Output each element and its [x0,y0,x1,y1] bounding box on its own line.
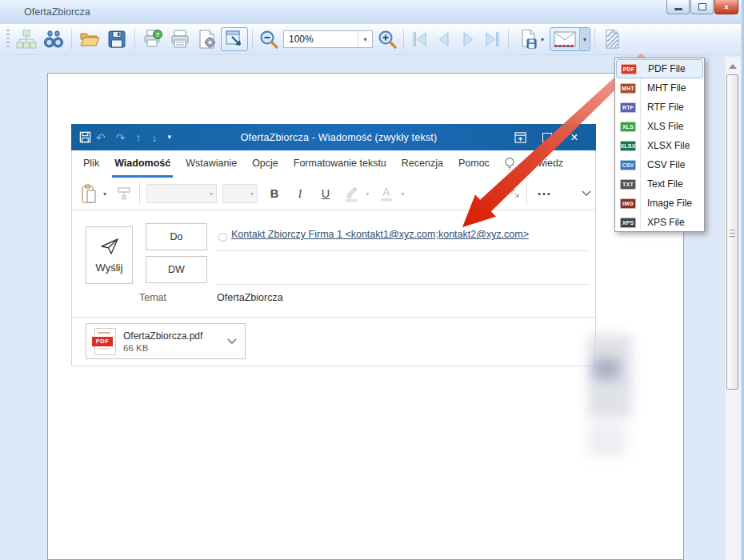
dialog-launcher-button[interactable] [509,178,522,210]
scrollbar-up-button[interactable] [727,61,738,72]
more-commands-hidden[interactable]: ••• [482,178,509,210]
menu-item-mht[interactable]: MHT MHT File [615,78,704,98]
menu-item-xlsx[interactable]: XLSX XLSX File [615,136,704,155]
menu-item-pdf[interactable]: PDF PDF File [616,59,703,78]
dialog-launcher-icon [511,190,519,198]
tab-wiadomosc[interactable]: Wiadomość [112,150,173,178]
restore-button[interactable] [690,0,714,14]
email-maximize-button[interactable] [534,124,561,150]
search-button[interactable] [40,27,67,51]
tell-me-lightbulb-icon[interactable] [504,157,515,171]
tab-wstawianie[interactable]: Wstawianie [183,150,239,178]
tab-plik[interactable]: Plik [81,150,102,178]
send-email-button[interactable]: ▾ [550,27,590,51]
tab-pomoc[interactable]: Pomoc [456,150,492,178]
undo-icon[interactable]: ↶ [96,132,106,143]
subject-value[interactable]: OfertaZbiorcza [217,292,283,303]
save-icon [106,29,127,50]
zoom-in-button[interactable] [375,27,399,51]
send-button[interactable]: Wyślij [86,226,133,284]
tab-recenzja[interactable]: Recenzja [399,150,446,178]
vertical-scrollbar[interactable] [724,57,741,560]
export-dropdown-arrow[interactable]: ▾ [541,36,544,43]
open-button[interactable] [76,27,103,51]
font-size-combobox[interactable]: ▾ [222,184,258,203]
toolbar-separator [594,29,595,50]
cc-button[interactable]: DW [146,256,207,283]
next-page-button[interactable] [456,27,480,51]
zoom-dropdown-arrow[interactable]: ▾ [358,31,372,47]
tab-tell-me[interactable]: Powiedz [523,150,566,178]
previous-page-button[interactable] [432,27,456,51]
paste-button[interactable] [78,178,99,210]
scale-icon [225,30,244,49]
minimize-button[interactable] [666,0,690,14]
attachment-meta: OfertaZbiorcza.pdf 66 KB [123,330,219,353]
move-down-icon[interactable]: ↓ [151,132,157,143]
email-titlebar: ↶ ↷ ↑ ↓ ▾ OfertaZbiorcza - Wiadomość (zw… [71,124,596,150]
ribbon-overflow-button[interactable]: ••• [531,178,558,210]
attachment-dropdown-icon[interactable] [227,338,237,345]
format-painter-button[interactable] [114,178,134,210]
send-email-dropdown-arrow[interactable]: ▾ [579,28,590,50]
toolbar-separator [134,29,135,50]
txt-format-icon: TXT [620,179,636,190]
zoom-in-icon [377,29,398,50]
scrollbar-thumb[interactable] [726,74,738,390]
xls-format-icon: XLS [620,122,636,132]
menu-item-xps[interactable]: XPS XPS File [615,213,704,232]
attachment-card[interactable]: PDF OfertaZbiorcza.pdf 66 KB [86,323,246,359]
app-window: OfertaZbiorcza × [0,0,744,560]
email-close-button[interactable]: × [561,124,588,150]
document-map-button[interactable] [13,27,40,51]
scale-button[interactable] [221,27,248,51]
font-color-dropdown-arrow[interactable]: ▾ [398,178,408,210]
menu-item-csv[interactable]: CSV CSV File [615,155,704,174]
menu-item-label: CSV File [647,159,685,170]
to-button[interactable]: Do [146,223,207,250]
ribbon-display-options-button[interactable] [506,124,534,150]
move-up-icon[interactable]: ↑ [135,132,141,143]
menu-item-rtf[interactable]: RTF RTF File [615,98,704,117]
quick-print-button[interactable] [166,27,194,51]
qat-save-icon[interactable] [79,131,91,143]
menu-item-text[interactable]: TXT Text File [615,174,704,194]
svg-text:?: ? [156,31,160,38]
tab-opcje[interactable]: Opcje [250,150,281,178]
first-page-button[interactable] [408,27,432,51]
toolbar-grip-handle[interactable] [6,30,10,49]
zoom-out-button[interactable] [257,27,281,51]
scroll-up-icon [729,64,737,69]
attachment-name: OfertaZbiorcza.pdf [123,330,219,342]
save-button[interactable] [103,27,130,51]
highlight-button[interactable] [341,178,362,210]
print-dialog-button[interactable]: ? [139,27,166,51]
bold-button[interactable]: B [264,178,285,210]
collapse-ribbon-button[interactable] [579,178,594,210]
menu-item-xls[interactable]: XLS XLS File [615,117,704,136]
export-document-button[interactable]: ▾ [513,27,550,51]
email-close-icon: × [570,131,578,144]
close-button[interactable]: × [714,0,738,14]
zoom-combobox[interactable]: 100% ▾ [283,30,373,48]
last-page-button[interactable] [480,27,504,51]
toolbar-separator [252,29,253,50]
pdf-file-icon: PDF [94,328,116,355]
font-name-combobox[interactable]: ▾ [146,184,217,203]
redo-icon[interactable]: ↷ [116,132,126,143]
paste-dropdown-arrow[interactable]: ▾ [99,178,110,210]
ribbon-separator [139,182,140,206]
maximize-icon [542,133,552,142]
mht-format-icon: MHT [620,83,636,94]
blurred-ghost [588,422,626,456]
blurred-ghost [593,358,620,379]
tab-formatowanie-tekstu[interactable]: Formatowanie tekstu [291,150,389,178]
highlight-dropdown-arrow[interactable]: ▾ [362,178,373,210]
menu-item-image[interactable]: IMG Image File [615,194,704,213]
underline-button[interactable]: U [315,178,336,210]
watermark-button[interactable] [599,27,626,51]
font-color-button[interactable]: A [376,178,397,210]
page-setup-button[interactable] [194,27,221,51]
recipient-link[interactable]: Kontakt Zbiorczy Firma 1 <kontakt1@xyz.c… [231,229,529,240]
italic-button[interactable]: I [290,178,310,210]
